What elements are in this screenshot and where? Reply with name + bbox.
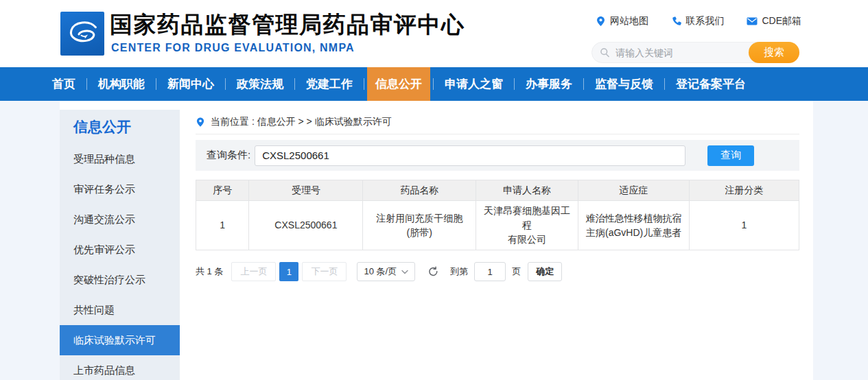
cell-indication: 难治性急性移植物抗宿 主病(aGvHD)儿童患者	[578, 201, 690, 250]
page-body: 信息公开 受理品种信息 审评任务公示 沟通交流公示 优先审评公示 突破性治疗公示…	[0, 101, 868, 380]
goto-page-suffix: 页	[512, 265, 521, 278]
nav-label: 信息公开	[375, 76, 422, 92]
page-size-value: 10 条/页	[364, 265, 397, 278]
goto-page-label: 到第	[450, 265, 468, 278]
nav-label: 机构职能	[98, 76, 145, 92]
nav-label: 政策法规	[237, 76, 283, 92]
site-header: 国家药品监督管理局药品审评中心 CENTER FOR DRUG EVALUATI…	[0, 0, 868, 67]
content-container: 信息公开 受理品种信息 审评任务公示 沟通交流公示 优先审评公示 突破性治疗公示…	[60, 101, 813, 380]
nav-separator	[225, 78, 226, 90]
nav-separator	[514, 78, 515, 90]
nav-separator	[433, 78, 434, 90]
nav-item-policies[interactable]: 政策法规	[228, 67, 292, 101]
nav-separator	[664, 78, 665, 90]
col-header-indication: 适应症	[578, 180, 690, 201]
nav-label: 登记备案平台	[676, 76, 746, 92]
nav-item-supervision[interactable]: 监督与反馈	[587, 67, 661, 101]
next-page-button[interactable]: 下一页	[302, 262, 347, 281]
pagination: 共 1 条 上一页 1 下一页 10 条/页 到第 页	[196, 262, 799, 281]
nav-item-info-disclosure[interactable]: 信息公开	[367, 67, 430, 101]
site-search-bar: 搜索	[591, 42, 799, 63]
contact-label: 联系我们	[685, 15, 724, 27]
nav-label: 新闻中心	[167, 76, 214, 92]
cde-logo[interactable]	[60, 12, 104, 56]
cell-acceptance-no: CXSL2500661	[249, 201, 363, 250]
nav-item-applicant-window[interactable]: 申请人之窗	[436, 67, 511, 101]
sidebar: 信息公开 受理品种信息 审评任务公示 沟通交流公示 优先审评公示 突破性治疗公示…	[60, 110, 180, 380]
cell-registration-class: 1	[689, 201, 799, 250]
sidebar-item-breakthrough-therapy[interactable]: 突破性治疗公示	[60, 265, 180, 295]
mailbox-label: CDE邮箱	[762, 15, 801, 27]
mail-icon	[747, 16, 758, 26]
page: 国家药品监督管理局药品审评中心 CENTER FOR DRUG EVALUATI…	[0, 0, 868, 380]
query-button[interactable]: 查询	[707, 145, 754, 166]
search-input[interactable]	[610, 47, 749, 58]
mailbox-link[interactable]: CDE邮箱	[747, 15, 801, 27]
table-row: 1 CXSL2500661 注射用间充质干细胞 (脐带) 天津昂赛细胞基因工程 …	[196, 201, 799, 250]
nav-label: 申请人之窗	[445, 76, 503, 92]
phone-icon	[671, 16, 681, 27]
nav-separator	[364, 78, 364, 90]
search-icon	[600, 47, 610, 58]
nav-item-functions[interactable]: 机构职能	[90, 67, 153, 101]
page-number-button[interactable]: 1	[279, 262, 298, 281]
confirm-button[interactable]: 确定	[528, 262, 562, 281]
query-input[interactable]	[255, 145, 685, 166]
sidebar-item-accepted-varieties[interactable]: 受理品种信息	[60, 144, 180, 174]
col-header-index: 序号	[196, 180, 249, 201]
nav-separator	[294, 78, 295, 90]
pagination-total: 共 1 条	[196, 265, 223, 278]
search-button[interactable]: 搜索	[749, 42, 799, 63]
sidebar-item-marketed-drugs[interactable]: 上市药品信息	[60, 355, 180, 380]
col-header-registration-class: 注册分类	[689, 180, 799, 201]
sidebar-item-common-issues[interactable]: 共性问题	[60, 295, 180, 325]
table-header-row: 序号 受理号 药品名称 申请人名称 适应症 注册分类	[196, 180, 799, 201]
breadcrumb-text: 当前位置 : 信息公开 > > 临床试验默示许可	[211, 116, 392, 128]
nav-item-home[interactable]: 首页	[44, 67, 84, 101]
site-title: 国家药品监督管理局药品审评中心	[110, 10, 465, 40]
query-label: 查询条件:	[207, 149, 250, 162]
col-header-applicant: 申请人名称	[476, 180, 578, 201]
nav-label: 办事服务	[526, 76, 572, 92]
breadcrumb: 当前位置 : 信息公开 > > 临床试验默示许可	[196, 110, 799, 134]
goto-page-input[interactable]	[474, 262, 506, 281]
nav-separator	[583, 78, 584, 90]
col-header-acceptance-no: 受理号	[249, 180, 363, 201]
nav-item-party[interactable]: 党建工作	[298, 67, 361, 101]
page-size-select[interactable]: 10 条/页	[357, 262, 415, 281]
sidebar-item-communication[interactable]: 沟通交流公示	[60, 204, 180, 235]
location-pin-icon	[596, 16, 606, 27]
cell-applicant: 天津昂赛细胞基因工程 有限公司	[476, 201, 578, 250]
contact-link[interactable]: 联系我们	[671, 15, 724, 27]
nav-separator	[156, 78, 156, 90]
breadcrumb-pin-icon	[196, 117, 205, 128]
main-nav: 首页 机构职能 新闻中心 政策法规 党建工作 信息公开 申请人之窗 办事服务 监…	[0, 67, 868, 101]
col-header-drug-name: 药品名称	[363, 180, 476, 201]
query-bar: 查询条件: 查询	[196, 140, 799, 171]
refresh-icon[interactable]	[427, 266, 439, 278]
nav-label: 首页	[52, 76, 75, 92]
sidebar-title: 信息公开	[60, 110, 180, 144]
nav-separator	[86, 78, 87, 90]
nav-item-news[interactable]: 新闻中心	[159, 67, 222, 101]
sitemap-link[interactable]: 网站地图	[596, 15, 648, 27]
cell-drug-name: 注射用间充质干细胞 (脐带)	[363, 201, 476, 250]
utility-links: 网站地图 联系我们 CDE邮箱	[596, 15, 801, 27]
results-table: 序号 受理号 药品名称 申请人名称 适应症 注册分类 1 CXSL2500661	[196, 180, 799, 250]
sidebar-item-clinical-trial-implied-license[interactable]: 临床试验默示许可	[60, 325, 180, 355]
chevron-down-icon	[401, 270, 408, 274]
nav-label: 党建工作	[306, 76, 353, 92]
sitemap-label: 网站地图	[610, 15, 648, 27]
main-content: 当前位置 : 信息公开 > > 临床试验默示许可 查询条件: 查询 序号	[180, 110, 813, 380]
prev-page-button[interactable]: 上一页	[231, 262, 276, 281]
sidebar-item-review-tasks[interactable]: 审评任务公示	[60, 174, 180, 204]
nav-item-registration-platform[interactable]: 登记备案平台	[668, 67, 754, 101]
nav-item-services[interactable]: 办事服务	[517, 67, 580, 101]
nav-label: 监督与反馈	[595, 76, 653, 92]
sidebar-item-priority-review[interactable]: 优先审评公示	[60, 235, 180, 265]
cell-index: 1	[196, 201, 249, 250]
logo-swoosh-icon	[64, 15, 101, 52]
site-subtitle: CENTER FOR DRUG EVALUATION, NMPA	[111, 42, 355, 54]
